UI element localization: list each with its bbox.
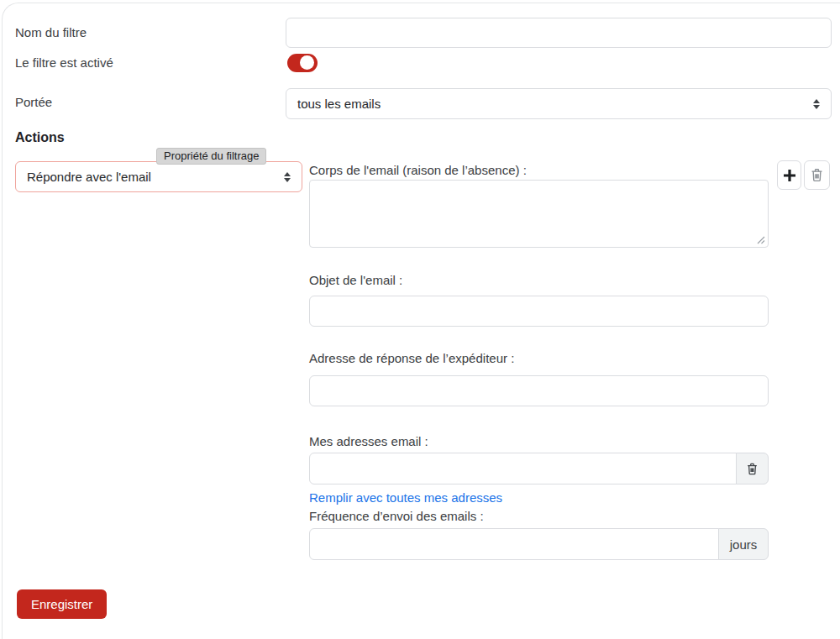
action-type-select[interactable]: Répondre avec l'email (15, 161, 302, 192)
my-addresses-input[interactable] (309, 453, 737, 484)
resize-handle-icon[interactable] (757, 236, 765, 244)
email-subject-input[interactable] (309, 296, 769, 327)
frequency-input[interactable] (309, 528, 719, 560)
my-addresses-label: Mes adresses email : (309, 434, 428, 449)
filter-enabled-label: Le filtre est activé (15, 55, 113, 71)
delete-address-button[interactable] (736, 453, 769, 484)
reply-address-label: Adresse de réponse de l’expéditeur : (309, 351, 514, 366)
add-action-button[interactable] (777, 160, 801, 190)
scope-label: Portée (15, 95, 52, 110)
filter-name-input[interactable] (286, 18, 832, 48)
action-type-select-value: Répondre avec l'email (27, 170, 151, 184)
my-addresses-group (309, 453, 769, 484)
trash-icon (745, 462, 759, 476)
filter-enabled-toggle[interactable] (287, 54, 318, 72)
trash-icon (809, 167, 825, 183)
scope-select[interactable]: tous les emails (286, 88, 832, 119)
scope-select-value: tous les emails (297, 97, 381, 111)
save-button[interactable]: Enregistrer (17, 589, 107, 619)
up-down-arrows-icon (813, 99, 820, 109)
toggle-knob (300, 55, 314, 70)
email-body-label: Corps de l'email (raison de l’absence) : (309, 163, 527, 178)
fill-addresses-link[interactable]: Remplir avec toutes mes adresses (309, 490, 502, 505)
frequency-unit-addon: jours (718, 528, 769, 560)
filter-name-label: Nom du filtre (15, 25, 87, 40)
up-down-arrows-icon (284, 172, 291, 182)
reply-address-input[interactable] (309, 375, 769, 406)
delete-action-button[interactable] (804, 160, 830, 190)
actions-heading: Actions (15, 130, 65, 145)
frequency-group: jours (309, 528, 769, 560)
plus-icon (781, 167, 798, 184)
email-subject-label: Objet de l'email : (309, 273, 402, 288)
frequency-label: Fréquence d’envoi des emails : (309, 509, 484, 524)
filter-property-tooltip: Propriété du filtrage (156, 148, 266, 165)
email-body-textarea[interactable] (309, 180, 769, 248)
